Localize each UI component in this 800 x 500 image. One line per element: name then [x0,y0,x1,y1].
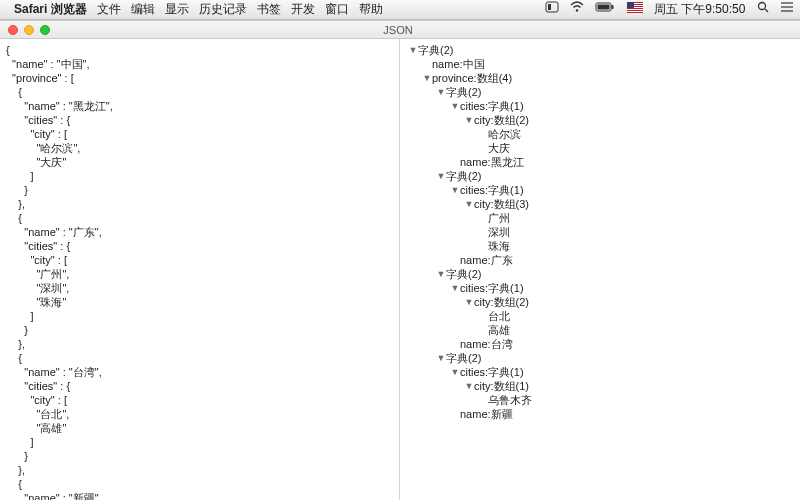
disclosure-triangle-icon[interactable]: ▼ [464,197,474,211]
tree-row[interactable]: ▼cities:字典(1) [402,365,798,379]
tree-row[interactable]: name:黑龙江 [402,155,798,169]
tree-row[interactable]: ▼cities:字典(1) [402,281,798,295]
tree-row[interactable]: ▼province:数组(4) [402,71,798,85]
tree-row[interactable]: 大庆 [402,141,798,155]
menu-develop[interactable]: 开发 [291,1,315,18]
tree-label: 字典(2) [446,169,481,183]
menu-bookmarks[interactable]: 书签 [257,1,281,18]
tree-row[interactable]: ▼字典(2) [402,169,798,183]
svg-rect-10 [627,9,643,10]
tree-row[interactable]: ▼city:数组(1) [402,379,798,393]
tree-row[interactable]: ▼city:数组(2) [402,113,798,127]
svg-rect-0 [546,2,558,12]
svg-rect-11 [627,11,643,12]
tree-row[interactable]: 台北 [402,309,798,323]
wifi-icon[interactable] [570,1,584,13]
disclosure-triangle-icon[interactable]: ▼ [450,99,460,113]
svg-rect-5 [612,5,614,9]
disclosure-triangle-icon[interactable]: ▼ [450,183,460,197]
svg-rect-4 [598,5,610,10]
tree-label: name:台湾 [460,337,513,351]
tree-label: 高雄 [488,323,510,337]
tree-row[interactable]: ▼cities:字典(1) [402,99,798,113]
app-name[interactable]: Safari 浏览器 [14,1,87,18]
svg-point-2 [576,9,578,11]
window-title: JSON [0,24,800,36]
tree-row[interactable]: ▼字典(2) [402,351,798,365]
svg-line-14 [765,9,768,12]
tree-label: cities:字典(1) [460,99,524,113]
tree-label: 深圳 [488,225,510,239]
menu-help[interactable]: 帮助 [359,1,383,18]
tree-label: city:数组(2) [474,295,529,309]
tree-row[interactable]: ▼city:数组(2) [402,295,798,309]
tree-label: name:中国 [432,57,485,71]
tree-row[interactable]: 高雄 [402,323,798,337]
json-source-pane[interactable]: { "name" : "中国", "province" : [ { "name"… [0,39,400,500]
tree-label: 广州 [488,211,510,225]
disclosure-triangle-icon[interactable]: ▼ [436,169,446,183]
svg-point-13 [758,3,765,10]
menubar-right: 周五 下午9:50:50 [537,1,794,18]
tree-label: 台北 [488,309,510,323]
disclosure-triangle-icon[interactable]: ▼ [464,379,474,393]
disclosure-triangle-icon[interactable]: ▼ [436,85,446,99]
disclosure-triangle-icon[interactable]: ▼ [450,281,460,295]
tree-label: 乌鲁木齐 [488,393,532,407]
tree-row[interactable]: ▼city:数组(3) [402,197,798,211]
tree-label: name:新疆 [460,407,513,421]
tree-row[interactable]: 哈尔滨 [402,127,798,141]
spotlight-icon[interactable] [757,1,769,13]
tree-row[interactable]: 乌鲁木齐 [402,393,798,407]
menu-history[interactable]: 历史记录 [199,1,247,18]
menu-view[interactable]: 显示 [165,1,189,18]
tree-label: 大庆 [488,141,510,155]
tree-label: 字典(2) [446,267,481,281]
tree-label: name:黑龙江 [460,155,524,169]
json-text: { "name" : "中国", "province" : [ { "name"… [6,44,113,500]
disclosure-triangle-icon[interactable]: ▼ [464,113,474,127]
tree-label: cities:字典(1) [460,183,524,197]
tree-row[interactable]: 深圳 [402,225,798,239]
tree-label: 字典(2) [418,43,453,57]
battery-icon[interactable] [595,1,615,13]
app-window: JSON { "name" : "中国", "province" : [ { "… [0,20,800,500]
menu-extras-icon[interactable] [780,1,794,13]
tree-label: city:数组(3) [474,197,529,211]
disclosure-triangle-icon[interactable]: ▼ [422,71,432,85]
tree-row[interactable]: ▼cities:字典(1) [402,183,798,197]
disclosure-triangle-icon[interactable]: ▼ [408,43,418,57]
disclosure-triangle-icon[interactable]: ▼ [436,351,446,365]
tree-row[interactable]: name:广东 [402,253,798,267]
tree-row[interactable]: ▼字典(2) [402,43,798,57]
disclosure-triangle-icon[interactable]: ▼ [450,365,460,379]
tree-label: 哈尔滨 [488,127,521,141]
menu-file[interactable]: 文件 [97,1,121,18]
menu-window[interactable]: 窗口 [325,1,349,18]
clock-text[interactable]: 周五 下午9:50:50 [654,1,745,18]
window-titlebar[interactable]: JSON [0,21,800,39]
tree-label: 字典(2) [446,351,481,365]
tree-label: 珠海 [488,239,510,253]
tree-row[interactable]: 珠海 [402,239,798,253]
disclosure-triangle-icon[interactable]: ▼ [436,267,446,281]
tree-row[interactable]: name:中国 [402,57,798,71]
tree-row[interactable]: ▼字典(2) [402,267,798,281]
menu-edit[interactable]: 编辑 [131,1,155,18]
tree-label: province:数组(4) [432,71,512,85]
svg-rect-1 [548,4,551,10]
json-tree-pane[interactable]: ▼字典(2)name:中国▼province:数组(4)▼字典(2)▼citie… [400,39,800,500]
flag-icon[interactable] [627,2,643,13]
tree-label: cities:字典(1) [460,365,524,379]
tree-row[interactable]: 广州 [402,211,798,225]
tree-row[interactable]: name:新疆 [402,407,798,421]
tree-row[interactable]: name:台湾 [402,337,798,351]
tree-label: city:数组(1) [474,379,529,393]
text-input-icon[interactable] [545,1,559,13]
tree-label: name:广东 [460,253,513,267]
tree-label: city:数组(2) [474,113,529,127]
tree-label: cities:字典(1) [460,281,524,295]
disclosure-triangle-icon[interactable]: ▼ [464,295,474,309]
tree-row[interactable]: ▼字典(2) [402,85,798,99]
macos-menubar: Safari 浏览器 文件 编辑 显示 历史记录 书签 开发 窗口 帮助 周五 … [0,0,800,20]
